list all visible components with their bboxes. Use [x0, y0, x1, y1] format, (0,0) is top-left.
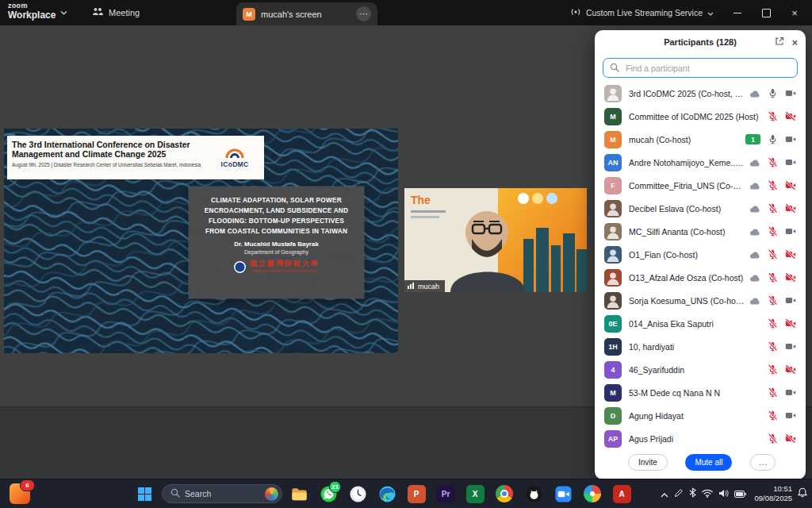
tab-shared-screen[interactable]: M mucah's screen ⋯ — [236, 2, 377, 25]
github-icon[interactable] — [521, 481, 546, 506]
presentation-slide: The 3rd International Conference on Disa… — [4, 129, 398, 353]
edge-icon[interactable] — [374, 481, 400, 506]
speaker-video-tile[interactable]: The — [404, 188, 587, 292]
excel-icon[interactable]: X — [462, 481, 488, 506]
powerpoint-icon[interactable]: P — [404, 481, 429, 506]
participant-row[interactable]: AN Andre Notohamijoyo_Keme... (Co-host) — [595, 151, 806, 174]
participant-row[interactable]: M mucah (Co-host) 1 — [595, 128, 806, 151]
maximize-button[interactable] — [752, 0, 780, 25]
zoom-workplace-menu[interactable]: zoom Workplace — [8, 2, 67, 20]
meeting-icon — [92, 6, 103, 19]
wifi-icon[interactable] — [702, 487, 713, 501]
tab-meeting[interactable]: Meeting — [92, 0, 140, 25]
avatar: 1H — [604, 338, 622, 356]
participant-name: Committee of ICoDMC 2025 (Host) — [629, 112, 763, 121]
participant-name: Decibel Eslava (Co-host) — [629, 204, 745, 214]
participant-status-icons — [749, 157, 796, 167]
participant-name: 10, hardiyati — [629, 342, 763, 352]
live-streaming-selector[interactable]: Custom Live Streaming Service — [570, 0, 714, 25]
participant-row[interactable]: 3rd ICoDMC 2025 (Co-host, me) — [595, 82, 806, 105]
taskbar-clock[interactable]: 10:51 09/08/2025 — [754, 484, 792, 504]
count-badge: 1 — [745, 134, 760, 144]
participant-name: Sorja Koesuma_UNS (Co-host) — [629, 296, 745, 306]
participant-row[interactable]: M 53-M Dede cq Nana N N — [595, 381, 806, 404]
close-button[interactable]: × — [780, 0, 809, 25]
share-tab-more-button[interactable]: ⋯ — [356, 6, 371, 21]
whatsapp-icon[interactable]: 21 — [316, 481, 341, 506]
pop-out-icon[interactable] — [775, 37, 784, 48]
battery-icon[interactable] — [734, 487, 746, 501]
notification-badge: 6 — [20, 479, 35, 491]
participant-row[interactable]: Sorja Koesuma_UNS (Co-host) — [595, 289, 806, 312]
participant-search — [603, 58, 798, 78]
minimize-button[interactable] — [723, 0, 752, 25]
participant-row[interactable]: AP Agus Prijadi — [595, 427, 806, 450]
talk-title: CLIMATE ADAPTATION, SOLAR POWER ENCROACH… — [205, 195, 348, 236]
participant-row[interactable]: 0E 014_Anisa Eka Saputri — [595, 312, 806, 335]
minimize-icon — [733, 13, 741, 13]
volume-icon[interactable] — [718, 487, 729, 501]
camera-status-icon — [785, 157, 796, 167]
participant-status-icons — [768, 410, 796, 421]
notification-bell-icon[interactable] — [798, 487, 807, 501]
clock-app-icon[interactable] — [345, 481, 370, 506]
zoom-icon[interactable] — [550, 481, 576, 506]
mic-status-icon — [768, 364, 778, 375]
participant-row[interactable]: M Committee of ICoDMC 2025 (Host) — [595, 105, 806, 128]
avatar: F — [604, 177, 622, 194]
taskbar-search-box[interactable]: Search — [162, 484, 282, 503]
close-panel-icon[interactable]: × — [791, 37, 798, 48]
chrome-icon[interactable] — [492, 481, 517, 506]
participants-title: Participants (128) — [664, 37, 737, 47]
camera-status-icon — [785, 387, 796, 398]
clock-date: 09/08/2025 — [754, 494, 792, 503]
participant-row[interactable]: 4 46_Syarifuddin — [595, 358, 806, 381]
slide-conference-header: The 3rd International Conference on Disa… — [7, 136, 264, 179]
participant-row[interactable]: F Committee_Fitria_UNS (Co-host) — [595, 174, 806, 197]
participant-row[interactable]: D Agung Hidayat — [595, 404, 806, 427]
participant-status-icons — [768, 387, 796, 398]
premiere-icon[interactable]: Pr — [433, 481, 458, 506]
participant-row[interactable]: MC_Silfi Ananta (Co-host) — [595, 220, 806, 243]
cloud-recording-icon — [749, 181, 760, 190]
bluetooth-icon[interactable] — [689, 487, 696, 501]
participant-row[interactable]: 1H 10, hardiyati — [595, 335, 806, 358]
brand-zoom-label: zoom — [8, 2, 56, 10]
mic-status-icon — [768, 157, 778, 167]
acrobat-icon[interactable]: A — [609, 481, 634, 506]
participant-status-icons — [749, 180, 796, 190]
file-explorer-icon[interactable] — [286, 481, 312, 506]
mic-status-icon — [768, 249, 778, 260]
photos-icon[interactable] — [580, 481, 605, 506]
camera-status-icon — [785, 341, 796, 352]
participant-status-icons — [768, 341, 796, 352]
camera-status-icon — [785, 134, 796, 144]
search-input[interactable] — [624, 63, 791, 74]
notification-app-icon[interactable]: 6 — [10, 483, 30, 504]
participant-status-icons: 1 — [745, 134, 796, 144]
start-button[interactable] — [131, 482, 158, 506]
avatar — [604, 223, 622, 241]
mic-status-icon — [768, 433, 778, 444]
search-icon — [610, 61, 619, 75]
participant-name: Agus Prijadi — [629, 434, 763, 444]
participant-status-icons — [749, 272, 796, 283]
cloud-recording-icon — [749, 273, 760, 283]
participant-name: 46_Syarifuddin — [629, 365, 763, 375]
pen-icon[interactable] — [674, 487, 684, 501]
more-options-button[interactable]: … — [750, 454, 776, 471]
participant-row[interactable]: O1_Fian (Co-host) — [595, 243, 806, 266]
slide-title-box: CLIMATE ADAPTATION, SOLAR POWER ENCROACH… — [189, 187, 364, 298]
participant-name: 3rd ICoDMC 2025 (Co-host, me) — [629, 89, 745, 98]
search-highlight-image — [265, 487, 278, 501]
invite-button[interactable]: Invite — [628, 454, 668, 471]
participant-status-icons — [768, 111, 796, 121]
participant-status-icons — [749, 203, 796, 214]
participant-row[interactable]: Decibel Eslava (Co-host) — [595, 197, 806, 220]
mute-all-button[interactable]: Mute all — [685, 454, 732, 471]
avatar — [604, 200, 622, 217]
tray-chevron-up-icon[interactable] — [661, 487, 668, 501]
participant-row[interactable]: O13_Afzal Ade Osza (Co-host) — [595, 266, 806, 289]
mic-status-icon — [768, 341, 778, 352]
avatar: AN — [604, 154, 622, 171]
